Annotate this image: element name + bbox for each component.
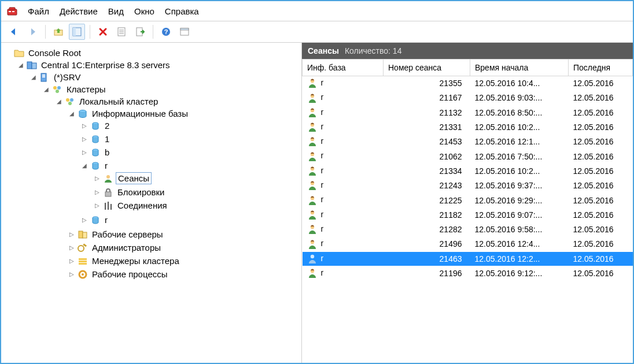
tree-infobase[interactable]: ▷r	[81, 213, 299, 226]
list-scroll[interactable]: Инф. база Номер сеанса Время начала Посл…	[302, 59, 633, 364]
table-row[interactable]: r2135512.05.2016 10:4...12.05.2016	[303, 76, 633, 91]
properties-button[interactable]	[113, 24, 130, 40]
svg-rect-2	[9, 11, 11, 12]
collapse-icon[interactable]: ◢	[17, 62, 24, 69]
tree-servers[interactable]: ◢ Central 1C:Enterprise 8.3 servers ◢ (*	[17, 58, 299, 285]
connections-icon	[103, 200, 113, 211]
list-header: Сеансы Количество: 14	[302, 43, 633, 59]
cell-last: 12.05.2016	[569, 266, 633, 280]
tree-infobase[interactable]: ◢r▷Сеансы▷Блокировки▷Соединения	[81, 159, 299, 213]
tree-infobase[interactable]: ▷2	[81, 119, 299, 132]
expand-icon[interactable]	[5, 50, 12, 57]
cell-start: 12.05.2016 7:50:...	[470, 149, 569, 164]
expand-icon[interactable]: ▷	[94, 202, 101, 209]
user-icon	[307, 254, 319, 264]
table-row[interactable]: r2119612.05.2016 9:12:...12.05.2016	[303, 266, 633, 280]
cell-session-num: 21167	[384, 91, 470, 105]
col-last[interactable]: Последня	[569, 60, 633, 76]
expand-icon[interactable]: ▷	[81, 122, 88, 129]
nav-forward-button[interactable]	[24, 24, 40, 40]
tree-locks[interactable]: ▷Блокировки	[94, 185, 299, 199]
table-row[interactable]: r2116712.05.2016 9:03:...12.05.2016	[303, 91, 633, 105]
table-row[interactable]: r2128212.05.2016 9:58:...12.05.2016	[303, 222, 633, 236]
collapse-icon[interactable]: ◢	[30, 74, 37, 81]
expand-icon[interactable]: ▷	[68, 244, 75, 251]
database-icon	[90, 134, 101, 144]
expand-icon[interactable]: ▷	[81, 149, 88, 156]
svg-point-25	[70, 98, 73, 102]
collapse-icon[interactable]: ◢	[81, 162, 88, 169]
table-row[interactable]: r2106212.05.2016 7:50:...12.05.2016	[303, 149, 633, 164]
table-row[interactable]: r2124312.05.2016 9:37:...12.05.2016	[303, 179, 633, 193]
delete-button[interactable]	[95, 24, 111, 40]
up-level-button[interactable]	[50, 24, 67, 40]
tree-sessions[interactable]: ▷Сеансы	[94, 171, 299, 185]
export-button[interactable]	[132, 24, 148, 40]
menu-action[interactable]: Действие	[60, 6, 98, 16]
expand-icon[interactable]: ▷	[81, 217, 88, 224]
table-row[interactable]: r2113212.05.2016 8:50:...12.05.2016	[303, 105, 633, 120]
col-start-time[interactable]: Время начала	[470, 60, 569, 76]
server-icon	[39, 72, 50, 83]
tree-cluster-managers[interactable]: ▷ Менеджеры кластера	[68, 254, 299, 268]
table-row[interactable]: r2122512.05.2016 9:29:...12.05.2016	[303, 193, 633, 207]
collapse-icon[interactable]: ◢	[56, 98, 62, 105]
tree-console-root[interactable]: Console Root ◢ Central 1C:Enterprise 8.3…	[5, 46, 299, 287]
user-icon	[307, 107, 319, 118]
svg-text:?: ?	[164, 28, 168, 35]
processes-icon	[78, 269, 88, 280]
tree-srv[interactable]: ◢ (*)SRV ◢	[30, 70, 299, 284]
svg-point-21	[53, 86, 57, 90]
database-icon	[90, 121, 101, 131]
menu-help[interactable]: Справка	[165, 6, 199, 16]
tree-label: Администраторы	[90, 242, 163, 253]
collapse-icon[interactable]: ◢	[68, 110, 75, 117]
col-session-num[interactable]: Номер сеанса	[384, 60, 470, 76]
tree-pane[interactable]: Console Root ◢ Central 1C:Enterprise 8.3…	[1, 43, 302, 364]
cell-session-num: 21331	[384, 120, 470, 134]
col-infobase[interactable]: Инф. база	[303, 60, 384, 76]
tree-clusters[interactable]: ◢ Кластеры ◢	[43, 83, 299, 283]
tree-infobases[interactable]: ◢ Информационные базы ▷2▷1▷b◢r▷Сеансы▷Бл…	[68, 107, 299, 228]
tree-local-cluster[interactable]: ◢ Локальный кластер	[56, 95, 299, 282]
expand-icon[interactable]: ▷	[94, 189, 101, 196]
cell-session-num: 21062	[384, 149, 470, 164]
svg-rect-19	[42, 75, 45, 76]
table-row[interactable]: r2133112.05.2016 10:2...12.05.2016	[303, 120, 633, 134]
svg-point-32	[106, 175, 110, 179]
expand-icon[interactable]: ▷	[94, 175, 101, 182]
folder-icon	[14, 48, 24, 58]
table-row[interactable]: r2118212.05.2016 9:07:...12.05.2016	[303, 207, 633, 222]
cell-start: 12.05.2016 9:29:...	[470, 193, 569, 207]
extra-button[interactable]	[176, 24, 193, 40]
expand-icon[interactable]: ▷	[68, 271, 75, 278]
tree-connections[interactable]: ▷Соединения	[94, 199, 299, 212]
cell-last: 12.05.2016	[569, 135, 633, 149]
tree-work-servers[interactable]: ▷ Рабочие серверы	[68, 228, 299, 241]
help-button[interactable]: ?	[158, 24, 174, 40]
nav-back-button[interactable]	[6, 24, 22, 40]
svg-rect-38	[79, 231, 83, 238]
table-row[interactable]: r2145312.05.2016 12:1...12.05.2016	[303, 135, 633, 149]
tree-label: Console Root	[27, 47, 83, 58]
expand-icon[interactable]: ▷	[68, 258, 75, 265]
table-row[interactable]: r2146312.05.2016 12:2...12.05.2016	[303, 251, 633, 266]
menu-file[interactable]: Файл	[28, 6, 49, 16]
table-row[interactable]: r2149612.05.2016 12:4...12.05.2016	[303, 237, 633, 251]
show-tree-button[interactable]	[69, 24, 85, 40]
cell-infobase: r	[303, 207, 384, 222]
app-icon	[7, 6, 17, 16]
expand-icon[interactable]: ▷	[68, 231, 75, 238]
collapse-icon[interactable]: ◢	[43, 86, 50, 93]
tree-infobase[interactable]: ▷1	[81, 132, 299, 146]
menu-view[interactable]: Вид	[108, 6, 124, 16]
menu-window[interactable]: Окно	[134, 6, 154, 16]
tree-work-processes[interactable]: ▷ Рабочие процессы	[68, 268, 299, 281]
tree-infobase[interactable]: ▷b	[81, 146, 299, 159]
tree-admins[interactable]: ▷ Администраторы	[68, 241, 299, 254]
table-row[interactable]: r2133412.05.2016 10:2...12.05.2016	[303, 164, 633, 178]
tree-label: (*)SRV	[52, 72, 82, 83]
expand-icon[interactable]: ▷	[81, 136, 88, 143]
cell-start: 12.05.2016 12:1...	[470, 135, 569, 149]
svg-point-23	[56, 90, 59, 93]
